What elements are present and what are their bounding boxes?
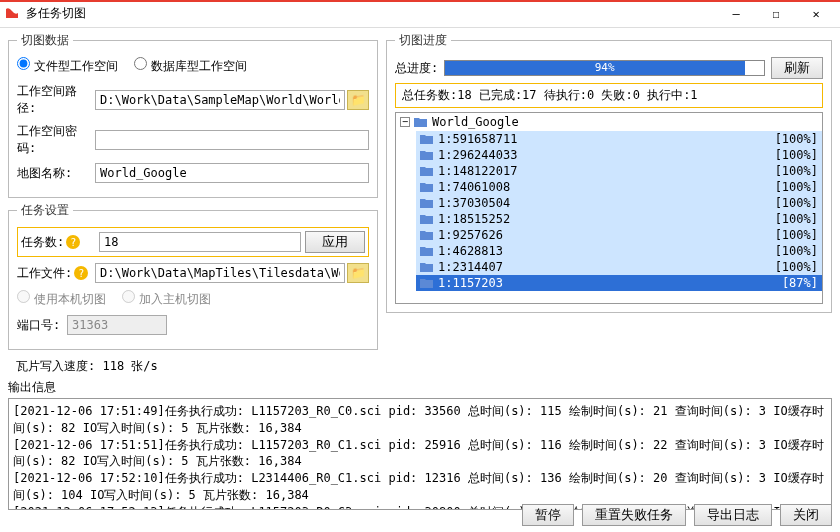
folder-icon [420,213,434,225]
tree-item-percent: [87%] [768,276,818,290]
tree-item[interactable]: 1:74061008[100%] [416,179,822,195]
tree-item[interactable]: 1:37030504[100%] [416,195,822,211]
tile-speed-value: 118 张/s [102,359,157,373]
task-count-input[interactable] [99,232,301,252]
folder-icon [420,229,434,241]
progress-tree[interactable]: − World_Google 1:591658711[100%]1:296244… [395,112,823,304]
help-icon[interactable]: ? [66,235,80,249]
tree-item-percent: [100%] [768,244,818,258]
tree-item-label: 1:2314407 [438,260,764,274]
radio-file-workspace[interactable]: 文件型工作空间 [17,57,118,75]
minimize-button[interactable]: — [716,0,756,28]
cut-data-legend: 切图数据 [17,32,73,49]
export-log-button[interactable]: 导出日志 [694,504,772,526]
tree-item-percent: [100%] [768,164,818,178]
folder-icon [414,116,428,128]
tree-item-label: 1:296244033 [438,148,764,162]
folder-icon [420,149,434,161]
radio-db-workspace[interactable]: 数据库型工作空间 [134,57,247,75]
tree-item-label: 1:18515252 [438,212,764,226]
tree-item-label: 1:37030504 [438,196,764,210]
tree-item[interactable]: 1:4628813[100%] [416,243,822,259]
refresh-button[interactable]: 刷新 [771,57,823,79]
progress-legend: 切图进度 [395,32,451,49]
tree-item-percent: [100%] [768,228,818,242]
tree-item[interactable]: 1:18515252[100%] [416,211,822,227]
titlebar: 多任务切图 — ☐ ✕ [0,0,840,28]
folder-icon [420,181,434,193]
folder-icon [420,133,434,145]
workspace-path-input[interactable] [95,90,345,110]
close-dialog-button[interactable]: 关闭 [780,504,832,526]
folder-icon [420,261,434,273]
tree-item-label: 1:4628813 [438,244,764,258]
map-name-input[interactable] [95,163,369,183]
tree-item-label: 1:74061008 [438,180,764,194]
folder-icon [420,197,434,209]
help-icon[interactable]: ? [74,266,88,280]
port-input[interactable] [67,315,167,335]
collapse-icon[interactable]: − [400,117,410,127]
workfile-input[interactable] [95,263,345,283]
output-log[interactable]: [2021-12-06 17:51:49]任务执行成功: L1157203_R0… [8,398,832,510]
tree-item[interactable]: 1:591658711[100%] [416,131,822,147]
folder-icon [420,277,434,289]
tree-item[interactable]: 1:2314407[100%] [416,259,822,275]
retry-failed-button[interactable]: 重置失败任务 [582,504,686,526]
tree-item-percent: [100%] [768,212,818,226]
tree-root[interactable]: − World_Google [396,113,822,131]
log-line: [2021-12-06 17:51:51]任务执行成功: L1157203_R0… [13,437,827,471]
tree-item[interactable]: 1:9257626[100%] [416,227,822,243]
tree-item-percent: [100%] [768,148,818,162]
total-progress-label: 总进度: [395,60,438,77]
tree-item-percent: [100%] [768,196,818,210]
window-title: 多任务切图 [26,5,716,22]
workspace-password-label: 工作空间密码: [17,123,95,157]
browse-workspace-button[interactable]: 📁 [347,90,369,110]
tree-item[interactable]: 1:296244033[100%] [416,147,822,163]
tile-speed-label: 瓦片写入速度: [16,359,95,373]
window-top-accent [0,0,840,2]
radio-join-host[interactable]: 加入主机切图 [122,290,211,308]
close-button[interactable]: ✕ [796,0,836,28]
pause-button[interactable]: 暂停 [522,504,574,526]
task-count-label: 任务数:? [21,234,99,251]
app-logo-icon [4,6,20,22]
map-name-label: 地图名称: [17,165,95,182]
workspace-path-label: 工作空间路径: [17,83,95,117]
cut-data-group: 切图数据 文件型工作空间 数据库型工作空间 工作空间路径: 📁 工作空间密码: … [8,32,378,198]
workfile-label: 工作文件:? [17,265,95,282]
radio-local-cut[interactable]: 使用本机切图 [17,290,106,308]
folder-icon: 📁 [351,266,366,280]
tree-item-label: 1:148122017 [438,164,764,178]
log-line: [2021-12-06 17:52:10]任务执行成功: L2314406_R0… [13,470,827,504]
log-line: [2021-12-06 17:51:49]任务执行成功: L1157203_R0… [13,403,827,437]
task-settings-legend: 任务设置 [17,202,73,219]
tree-item-label: 1:9257626 [438,228,764,242]
task-status-line: 总任务数:18 已完成:17 待执行:0 失败:0 执行中:1 [395,83,823,108]
folder-icon [420,245,434,257]
tree-item[interactable]: 1:148122017[100%] [416,163,822,179]
progress-percent: 94% [595,61,615,75]
tree-item[interactable]: 1:1157203[87%] [416,275,822,291]
tree-item-percent: [100%] [768,260,818,274]
tree-item-label: 1:1157203 [438,276,764,290]
tree-item-label: 1:591658711 [438,132,764,146]
workspace-password-input[interactable] [95,130,369,150]
folder-icon [420,165,434,177]
progress-group: 切图进度 总进度: 94% 刷新 总任务数:18 已完成:17 待执行:0 失败… [386,32,832,313]
tree-item-percent: [100%] [768,132,818,146]
output-label: 输出信息 [8,379,832,396]
maximize-button[interactable]: ☐ [756,0,796,28]
port-label: 端口号: [17,317,67,334]
apply-button[interactable]: 应用 [305,231,365,253]
task-settings-group: 任务设置 任务数:? 应用 工作文件:? 📁 使用本机切图 加入主机切图 端口号… [8,202,378,350]
total-progress-bar: 94% [444,60,765,76]
tree-item-percent: [100%] [768,180,818,194]
browse-workfile-button[interactable]: 📁 [347,263,369,283]
folder-icon: 📁 [351,93,366,107]
